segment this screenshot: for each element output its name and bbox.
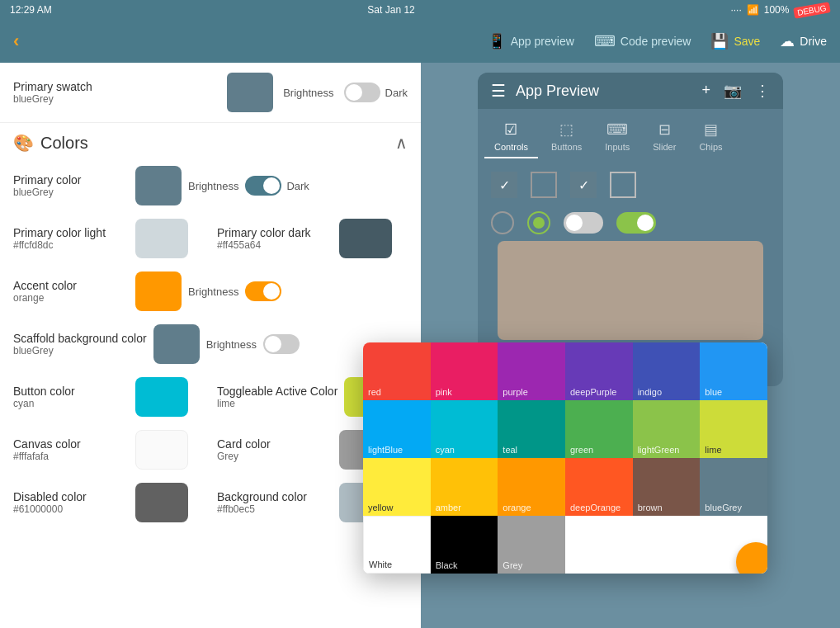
color-cell-cyan[interactable]: cyan <box>431 400 498 458</box>
accent-color-swatch[interactable] <box>135 272 182 311</box>
back-button[interactable]: ‹ <box>13 31 19 52</box>
controls-tab-icon: ☑ <box>504 120 517 139</box>
radio-row <box>491 211 770 234</box>
color-label-amber: amber <box>436 503 461 512</box>
canvas-label: Canvas color <box>13 437 129 451</box>
colors-header: 🎨 Colors ∧ <box>13 133 408 153</box>
drive-icon: ☁ <box>780 32 795 50</box>
toggleable-label: Toggleable Active Color <box>217 385 337 398</box>
debug-badge: DEBUG <box>794 2 831 18</box>
collapse-colors-button[interactable]: ∧ <box>395 133 408 153</box>
color-cell-deepOrange[interactable]: deepOrange <box>565 458 633 516</box>
color-row-primary: Primary color blueGrey Brightness Dark <box>13 166 408 205</box>
status-time: 12:29 AM <box>10 4 52 16</box>
left-panel: Primary swatch blueGrey Brightness Dark … <box>0 63 421 628</box>
checkbox-unchecked-1[interactable] <box>531 172 557 198</box>
keyboard-icon: ⌨ <box>594 32 616 50</box>
battery-text: 100% <box>764 4 790 16</box>
color-cell-deepPurple[interactable]: deepPurple <box>565 342 633 400</box>
app-preview-title: App Preview <box>516 83 691 100</box>
color-cell-red[interactable]: red <box>363 342 431 400</box>
radio-unselected[interactable] <box>491 211 514 234</box>
menu-icon[interactable]: ⋮ <box>755 82 770 100</box>
background-sub: #ffb0ec5 <box>217 503 333 515</box>
checkbox-unchecked-2[interactable] <box>610 172 636 198</box>
disabled-swatch[interactable] <box>135 483 188 522</box>
primary-color-toggle[interactable] <box>245 176 281 196</box>
disabled-item: Disabled color #61000000 <box>13 483 204 522</box>
primary-dark-swatch[interactable] <box>339 219 392 258</box>
color-label-red: red <box>368 387 381 397</box>
canvas-item: Canvas color #fffafafa <box>13 430 204 470</box>
scaffold-toggle[interactable] <box>263 334 300 354</box>
inputs-tab-label: Inputs <box>605 142 630 152</box>
app-preview-label: App preview <box>511 35 574 48</box>
color-cell-Grey[interactable]: Grey <box>498 516 565 574</box>
primary-color-label: Primary color <box>13 173 129 187</box>
color-cell-blueGrey[interactable]: blueGrey <box>700 458 767 516</box>
color-cell-blue[interactable]: blue <box>700 342 767 400</box>
primary-color-swatch[interactable] <box>135 166 182 205</box>
tab-buttons[interactable]: ⬚ Buttons <box>541 116 592 158</box>
scaffold-sub: blueGrey <box>13 345 147 356</box>
palette-icon: 🎨 <box>13 133 34 153</box>
app-preview-header: ☰ App Preview + 📷 ⋮ <box>478 73 783 109</box>
color-cell-lightGreen[interactable]: lightGreen <box>633 400 701 458</box>
top-nav: ‹ 📱 App preview ⌨ Code preview 💾 Save ☁ … <box>0 20 840 63</box>
canvas-swatch[interactable] <box>135 430 188 470</box>
color-cell-lime[interactable]: lime <box>700 400 767 458</box>
tab-controls[interactable]: ☑ Controls <box>484 116 538 158</box>
tab-inputs[interactable]: ⌨ Inputs <box>595 116 639 158</box>
app-preview-button[interactable]: 📱 App preview <box>488 32 574 50</box>
color-cell-purple[interactable]: purple <box>498 342 565 400</box>
colors-title-text: Colors <box>40 134 88 153</box>
color-cell-orange[interactable]: orange <box>498 458 565 516</box>
color-cell-yellow[interactable]: yellow <box>363 458 431 516</box>
primary-dark-item: Primary color dark #ff455a64 <box>217 219 408 258</box>
accent-color-sub: orange <box>13 292 129 304</box>
primary-swatch-box[interactable] <box>227 73 273 112</box>
checkboxes-row: ✓ ✓ <box>491 172 770 198</box>
code-preview-label: Code preview <box>621 35 691 48</box>
color-label-purple: purple <box>503 387 528 397</box>
switch-off[interactable] <box>564 212 603 234</box>
accent-brightness: Brightness <box>188 286 238 298</box>
color-cell-White[interactable]: White <box>363 516 431 574</box>
primary-light-hex: #ffcfd8dc <box>13 239 129 251</box>
primary-dark-toggle[interactable] <box>344 83 380 102</box>
code-preview-button[interactable]: ⌨ Code preview <box>594 32 691 50</box>
color-label-cyan: cyan <box>436 445 455 455</box>
color-cell-amber[interactable]: amber <box>431 458 498 516</box>
color-cell-pink[interactable]: pink <box>431 342 498 400</box>
color-pair-light-dark: Primary color light #ffcfd8dc Primary co… <box>13 219 408 258</box>
tab-slider[interactable]: ⊟ Slider <box>643 116 686 158</box>
accent-toggle[interactable] <box>245 281 281 301</box>
color-cell-teal[interactable]: teal <box>498 400 565 458</box>
scaffold-swatch[interactable] <box>153 324 200 364</box>
color-row-scaffold: Scaffold background color blueGrey Brigh… <box>13 324 408 364</box>
tab-chips[interactable]: ▤ Chips <box>689 116 732 158</box>
checkbox-checked-1[interactable]: ✓ <box>491 172 517 198</box>
camera-icon[interactable]: 📷 <box>724 82 742 100</box>
hamburger-icon[interactable]: ☰ <box>491 81 506 101</box>
color-label-deepPurple: deepPurple <box>570 387 616 397</box>
add-icon[interactable]: + <box>701 82 710 100</box>
colors-section: 🎨 Colors ∧ Primary color blueGrey Bright… <box>0 123 421 545</box>
color-cell-brown[interactable]: brown <box>633 458 701 516</box>
color-cell-green[interactable]: green <box>565 400 633 458</box>
color-cell-indigo[interactable]: indigo <box>633 342 701 400</box>
button-color-swatch[interactable] <box>135 377 188 417</box>
color-cell-lightBlue[interactable]: lightBlue <box>363 400 431 458</box>
drive-button[interactable]: ☁ Drive <box>780 32 827 50</box>
primary-light-swatch[interactable] <box>135 219 188 258</box>
radio-selected[interactable] <box>527 211 550 234</box>
disabled-sub: #61000000 <box>13 503 129 515</box>
checkbox-checked-2[interactable]: ✓ <box>570 172 597 198</box>
drive-label: Drive <box>800 35 827 48</box>
color-label-lightGreen: lightGreen <box>638 445 680 455</box>
save-button[interactable]: 💾 Save <box>710 32 760 50</box>
switch-on[interactable] <box>616 212 656 234</box>
color-picker-overlay[interactable]: redpinkpurpledeepPurpleindigobluelightBl… <box>363 342 767 574</box>
button-color-label: Button color <box>13 385 129 398</box>
color-cell-Black[interactable]: Black <box>431 516 498 574</box>
